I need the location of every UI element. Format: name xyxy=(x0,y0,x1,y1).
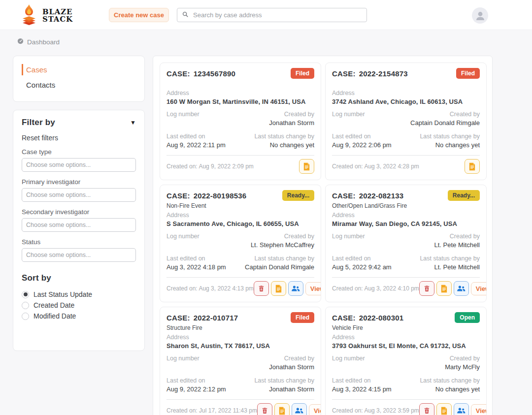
secondary-investigator-select[interactable] xyxy=(22,218,136,232)
case-type xyxy=(166,79,314,88)
radio-icon[interactable] xyxy=(22,313,29,320)
case-report-button[interactable] xyxy=(465,159,480,174)
status-change-label: Last status change by xyxy=(240,377,314,384)
address-label: Address xyxy=(332,334,480,341)
created-by-label: Created by xyxy=(240,355,314,362)
case-report-button[interactable] xyxy=(299,159,314,174)
status-badge: Filed xyxy=(291,68,314,79)
case-contacts-button[interactable] xyxy=(454,403,469,415)
last-edited-label: Last edited on xyxy=(166,255,240,262)
filter-panel: Filter by ▼ Reset filters Case type Prim… xyxy=(13,110,145,351)
divider xyxy=(332,277,480,278)
delete-case-button[interactable] xyxy=(254,281,269,296)
case-address: S Sacramento Ave, Chicago, IL 60655, USA xyxy=(166,220,314,227)
case-report-button[interactable] xyxy=(436,281,452,296)
case-card: CASE:2022-80198536 Ready... Non-Fire Eve… xyxy=(160,185,321,302)
primary-investigator-select[interactable] xyxy=(22,188,136,202)
log-number-label: Log number xyxy=(332,233,406,240)
reset-filters-link[interactable]: Reset filters xyxy=(22,134,136,142)
breadcrumb[interactable]: Dashboard xyxy=(17,37,532,46)
address-label: Address xyxy=(332,90,480,96)
case-contacts-button[interactable] xyxy=(288,281,303,296)
status-change-value: Lt. Pete Mitchell xyxy=(406,263,480,271)
created-on: Created on: Aug 3, 2022 4:13 pm xyxy=(166,285,254,292)
sort-option-created-date[interactable]: Created Date xyxy=(22,301,136,309)
created-on: Created on: Aug 3, 2022 4:10 pm xyxy=(332,285,419,292)
address-label: Address xyxy=(166,334,314,341)
status-select[interactable] xyxy=(22,248,136,262)
case-report-button[interactable] xyxy=(271,281,286,296)
divider xyxy=(332,155,480,156)
log-number-value xyxy=(166,363,240,371)
sort-option-modified-date[interactable]: Modified Date xyxy=(22,312,136,320)
divider xyxy=(332,399,480,400)
blaze-stack-logo[interactable]: BLAZE STACK xyxy=(20,4,73,28)
sidebar: Cases Contacts Filter by ▼ Reset filters… xyxy=(13,56,145,351)
create-new-case-button[interactable]: Create new case xyxy=(109,8,169,22)
created-by-value: Lt. Pete Mitchell xyxy=(406,241,480,249)
last-edited-value: Aug 9, 2022 2:06 pm xyxy=(332,141,406,149)
created-by-label: Created by xyxy=(240,233,314,240)
status-change-value: Captain Donald Rimgale xyxy=(240,263,314,271)
log-number-value xyxy=(166,241,240,249)
delete-case-button[interactable] xyxy=(419,403,434,415)
case-address: Sharon St, Austin, TX 78617, USA xyxy=(166,342,314,350)
case-title: CASE:2022-080301 xyxy=(332,314,403,322)
search-icon xyxy=(182,11,189,20)
filter-title: Filter by xyxy=(22,118,55,128)
created-by-label: Created by xyxy=(406,111,480,118)
case-card: CASE:2022-010717 Filed Structure Fire Ad… xyxy=(160,307,321,415)
primary-investigator-label: Primary investigator xyxy=(22,178,136,186)
view-case-button[interactable]: View xyxy=(471,404,487,415)
case-card: CASE:2022-2154873 Filed Address 3742 Ash… xyxy=(325,63,487,180)
sort-option-last-status-update[interactable]: Last Status Update xyxy=(22,290,136,298)
case-type-select[interactable] xyxy=(22,158,136,172)
log-number-value xyxy=(332,241,406,249)
sort-option-label: Last Status Update xyxy=(33,290,92,298)
sidebar-item-contacts[interactable]: Contacts xyxy=(22,79,136,91)
view-case-button[interactable]: View xyxy=(471,282,487,295)
created-by-value: Captain Donald Rimgale xyxy=(406,119,480,127)
case-card: CASE:1234567890 Filed Address 160 W Morg… xyxy=(160,63,321,180)
view-case-button[interactable]: View xyxy=(305,282,321,295)
status-label: Status xyxy=(22,238,136,246)
case-report-button[interactable] xyxy=(274,403,290,415)
filter-header[interactable]: Filter by ▼ xyxy=(22,118,136,128)
status-badge: Filed xyxy=(456,68,480,79)
case-title: CASE:2022-2154873 xyxy=(332,69,408,78)
delete-case-button[interactable] xyxy=(419,281,434,296)
case-report-button[interactable] xyxy=(436,403,452,415)
app-header: BLAZE STACK Create new case xyxy=(0,0,532,30)
created-by-label: Created by xyxy=(406,233,480,240)
status-change-label: Last status change by xyxy=(240,133,314,140)
chevron-down-icon[interactable]: ▼ xyxy=(130,119,136,126)
view-case-button[interactable]: View xyxy=(309,404,321,415)
radio-icon[interactable] xyxy=(22,302,29,309)
case-contacts-button[interactable] xyxy=(292,403,307,415)
case-title: CASE:2022-80198536 xyxy=(166,192,246,200)
status-change-label: Last status change by xyxy=(406,255,480,262)
last-edited-value: Aug 9, 2022 2:11 pm xyxy=(166,141,240,149)
user-avatar[interactable] xyxy=(472,7,488,24)
divider xyxy=(166,399,314,400)
last-edited-value: Aug 5, 2022 9:42 am xyxy=(332,263,406,271)
logo-wordmark: BLAZE STACK xyxy=(42,8,73,23)
radio-icon[interactable] xyxy=(22,291,29,298)
case-search[interactable] xyxy=(177,8,367,22)
log-number-label: Log number xyxy=(332,111,406,118)
case-type xyxy=(332,79,480,88)
case-title: CASE:1234567890 xyxy=(166,69,235,78)
sidebar-item-cases[interactable]: Cases xyxy=(22,64,136,75)
case-card: CASE:2022-080301 Open Vehicle Fire Addre… xyxy=(325,307,487,415)
case-card: CASE:2022-082133 Ready... Other/Open Lan… xyxy=(325,185,487,302)
status-badge: Filed xyxy=(291,312,314,323)
case-title: CASE:2022-010717 xyxy=(166,314,238,322)
case-type: Non-Fire Event xyxy=(166,201,314,210)
search-input[interactable] xyxy=(192,11,362,19)
case-type-label: Case type xyxy=(22,148,136,156)
last-edited-label: Last edited on xyxy=(166,377,240,384)
status-change-value: No changes yet xyxy=(240,141,314,149)
case-contacts-button[interactable] xyxy=(454,281,469,296)
delete-case-button[interactable] xyxy=(257,403,272,415)
created-by-value: Jonathan Storm xyxy=(240,119,314,127)
